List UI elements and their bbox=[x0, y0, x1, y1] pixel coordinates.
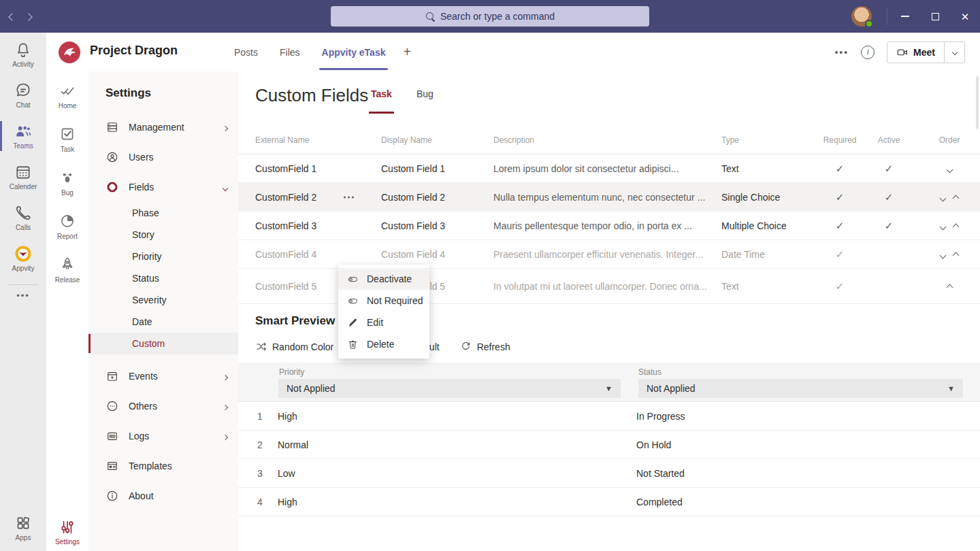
minimize-button[interactable] bbox=[890, 0, 920, 33]
nav-item-management[interactable]: Management bbox=[88, 112, 238, 142]
refresh-icon bbox=[460, 341, 472, 352]
chat-icon bbox=[14, 82, 32, 99]
nav-subitem-story[interactable]: Story bbox=[88, 224, 238, 246]
settings-title: Settings bbox=[105, 86, 238, 100]
rail-divider bbox=[8, 284, 38, 285]
avatar[interactable] bbox=[851, 6, 872, 27]
nav-item-users[interactable]: Users bbox=[88, 142, 238, 172]
trash-icon bbox=[347, 339, 359, 350]
order-down-icon[interactable] bbox=[946, 166, 953, 173]
tab-task[interactable]: Task bbox=[371, 71, 392, 116]
preview-row: 1 High In Progress bbox=[238, 402, 980, 431]
nav-item-about[interactable]: About bbox=[88, 481, 238, 511]
random-color-button[interactable]: Random Color bbox=[255, 341, 333, 352]
module-item-task[interactable]: Task bbox=[46, 119, 88, 158]
nav-subitem-date[interactable]: Date bbox=[88, 311, 238, 333]
module-item-bug[interactable]: Bug bbox=[46, 163, 88, 202]
dropdown-caret-icon: ▼ bbox=[605, 384, 612, 393]
events-icon bbox=[105, 369, 119, 383]
rail-item-calendar[interactable]: Calender bbox=[0, 158, 46, 196]
tab-appvity-etask[interactable]: Appvity eTask bbox=[322, 33, 386, 71]
col-display-name: Display Name bbox=[381, 135, 432, 145]
page-title: Custom Fields bbox=[255, 85, 368, 106]
order-up-icon[interactable] bbox=[953, 195, 960, 201]
menu-item-not-required[interactable]: Not Required bbox=[338, 290, 429, 312]
titlebar: Search or type a command ✕ bbox=[0, 0, 980, 33]
nav-subitem-custom[interactable]: Custom bbox=[88, 333, 238, 354]
users-icon bbox=[105, 150, 119, 164]
module-item-report[interactable]: Report bbox=[46, 206, 88, 246]
info-icon[interactable]: i bbox=[861, 46, 875, 59]
order-down-icon[interactable] bbox=[940, 252, 947, 258]
nav-subitem-priority[interactable]: Priority bbox=[88, 246, 238, 267]
pencil-icon bbox=[347, 317, 359, 329]
module-item-home[interactable]: Home bbox=[46, 76, 88, 115]
preview-grid-header: Priority Status Not Applied ▼ Not Applie… bbox=[238, 363, 980, 402]
meet-button-main[interactable]: Meet bbox=[887, 42, 944, 63]
preview-grid-rows: 1 High In Progress 2 Normal On Hold 3 Lo… bbox=[238, 402, 980, 516]
active-check-icon: ✓ bbox=[885, 191, 894, 203]
nav-subitem-severity[interactable]: Severity bbox=[88, 289, 238, 311]
row-more-button[interactable] bbox=[344, 196, 354, 198]
order-down-icon[interactable] bbox=[940, 223, 947, 230]
nav-item-events[interactable]: Events bbox=[88, 361, 238, 391]
tab-bug[interactable]: Bug bbox=[416, 71, 434, 116]
required-check-icon: ✓ bbox=[836, 280, 845, 292]
nav-item-templates[interactable]: Templates bbox=[88, 451, 238, 481]
maximize-icon bbox=[932, 13, 939, 20]
rail-more-button[interactable]: ••• bbox=[0, 290, 46, 301]
priority-dropdown[interactable]: Not Applied ▼ bbox=[278, 379, 621, 398]
table-row[interactable]: CustomField 2 Custom Field 2 Nulla tempu… bbox=[238, 183, 980, 212]
camera-icon bbox=[896, 46, 909, 59]
rail-item-teams[interactable]: Teams bbox=[0, 117, 46, 155]
menu-item-edit[interactable]: Edit bbox=[338, 312, 429, 333]
nav-forward-icon[interactable] bbox=[26, 11, 31, 22]
nav-item-fields[interactable]: Fields bbox=[88, 172, 238, 202]
menu-item-deactivate[interactable]: Deactivate bbox=[338, 268, 429, 290]
status-dropdown[interactable]: Not Applied ▼ bbox=[638, 379, 963, 398]
maximize-button[interactable] bbox=[920, 0, 950, 33]
teams-icon bbox=[14, 122, 32, 140]
meet-dropdown-button[interactable] bbox=[944, 42, 964, 63]
refresh-button[interactable]: Refresh bbox=[460, 341, 510, 352]
required-check-icon: ✓ bbox=[836, 248, 845, 260]
nav-subitem-phase[interactable]: Phase bbox=[88, 202, 238, 224]
nav-item-logs[interactable]: LOG Logs bbox=[88, 421, 238, 451]
rail-item-apps[interactable]: Apps bbox=[0, 514, 46, 541]
col-type: Type bbox=[721, 135, 739, 145]
order-up-icon[interactable] bbox=[953, 252, 960, 258]
order-up-icon[interactable] bbox=[946, 284, 953, 290]
rail-item-chat[interactable]: Chat bbox=[0, 76, 46, 114]
scrollbar-thumb[interactable] bbox=[976, 76, 979, 129]
priority-column-label: Priority bbox=[279, 367, 304, 377]
search-placeholder: Search or type a command bbox=[440, 11, 555, 22]
order-down-icon[interactable] bbox=[940, 195, 947, 201]
header-more-button[interactable]: ••• bbox=[834, 47, 849, 58]
nav-back-icon[interactable] bbox=[10, 11, 15, 22]
toggle-icon bbox=[347, 273, 359, 285]
main-content: Custom Fields Task Bug External Name Dis… bbox=[238, 71, 980, 551]
dropdown-caret-icon: ▼ bbox=[947, 384, 955, 393]
add-tab-icon[interactable]: + bbox=[403, 44, 411, 60]
close-button[interactable]: ✕ bbox=[950, 0, 980, 33]
toggle-icon bbox=[347, 295, 359, 307]
double-check-icon bbox=[59, 82, 76, 99]
settings-sidebar: Settings Management Users Fields Phase S… bbox=[88, 71, 238, 551]
nav-item-others[interactable]: Others bbox=[88, 391, 238, 421]
module-item-settings[interactable]: Settings bbox=[46, 518, 88, 546]
task-check-icon bbox=[59, 125, 76, 143]
tab-files[interactable]: Files bbox=[280, 33, 300, 71]
menu-item-delete[interactable]: Delete bbox=[338, 333, 429, 355]
module-item-release[interactable]: Release bbox=[46, 250, 88, 289]
fields-icon bbox=[105, 180, 119, 194]
nav-subitem-status[interactable]: Status bbox=[88, 267, 238, 289]
table-row[interactable]: CustomField 3 Custom Field 3 Mauris pell… bbox=[238, 212, 980, 240]
appvity-logo bbox=[14, 245, 32, 263]
search-input[interactable]: Search or type a command bbox=[331, 6, 649, 27]
rail-item-activity[interactable]: Activity bbox=[0, 35, 46, 73]
table-row[interactable]: CustomField 1 Custom Field 1 Lorem ipsum… bbox=[238, 154, 980, 183]
tab-posts[interactable]: Posts bbox=[234, 33, 258, 71]
order-up-icon[interactable] bbox=[953, 223, 960, 230]
rail-item-calls[interactable]: Calls bbox=[0, 199, 46, 237]
rail-item-appvity[interactable]: Appvity bbox=[0, 239, 46, 278]
